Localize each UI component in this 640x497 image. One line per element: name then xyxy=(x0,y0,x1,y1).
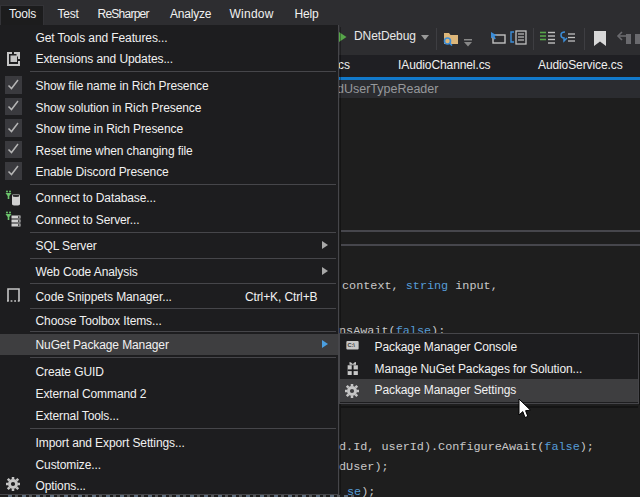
svg-text:C:\: C:\ xyxy=(347,342,355,348)
